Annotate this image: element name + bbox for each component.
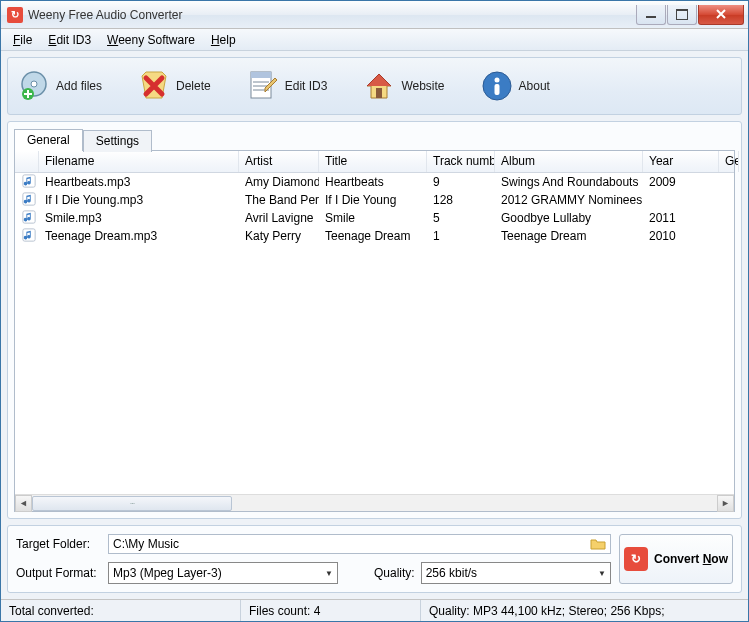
chevron-down-icon: ▼ <box>598 569 606 578</box>
svg-rect-9 <box>23 175 35 187</box>
edit-id3-icon <box>247 70 279 102</box>
svg-rect-10 <box>23 193 35 205</box>
app-window: ↻ Weeny Free Audio Converter File Edit I… <box>0 0 749 622</box>
status-files-count: Files count: 4 <box>241 600 421 621</box>
toolbar: Add files Delete Edit ID3 Website About <box>7 57 742 115</box>
cell-artist: The Band Perry <box>239 192 319 208</box>
content-area: General Settings Filename Artist Title T… <box>7 121 742 519</box>
svg-point-1 <box>31 81 37 87</box>
music-file-icon <box>21 191 37 207</box>
menu-help[interactable]: Help <box>203 31 244 49</box>
menu-weeny-software[interactable]: Weeny Software <box>99 31 203 49</box>
scroll-left-button[interactable]: ◄ <box>15 495 32 512</box>
tab-settings[interactable]: Settings <box>83 130 152 152</box>
about-button[interactable]: About <box>481 70 550 102</box>
edit-id3-button[interactable]: Edit ID3 <box>247 70 328 102</box>
output-panel: Target Folder: C:\My Music Output Format… <box>7 525 742 593</box>
svg-point-7 <box>494 78 499 83</box>
cell-filename: Heartbeats.mp3 <box>39 174 239 190</box>
minimize-button[interactable] <box>636 5 666 25</box>
column-icon[interactable] <box>15 151 39 172</box>
scroll-track[interactable] <box>32 495 717 512</box>
cell-filename: If I Die Young.mp3 <box>39 192 239 208</box>
cell-genre <box>719 199 734 201</box>
cell-track: 5 <box>427 210 495 226</box>
delete-icon <box>138 70 170 102</box>
column-track[interactable]: Track number <box>427 151 495 172</box>
titlebar[interactable]: ↻ Weeny Free Audio Converter <box>1 1 748 29</box>
tab-strip: General Settings <box>14 128 735 150</box>
file-list[interactable]: Heartbeats.mp3Amy DiamondHeartbeats9Swin… <box>15 173 734 494</box>
cell-title: Teenage Dream <box>319 228 427 244</box>
browse-folder-icon[interactable] <box>590 536 606 552</box>
website-label: Website <box>401 79 444 93</box>
cell-filename: Smile.mp3 <box>39 210 239 226</box>
output-format-value: Mp3 (Mpeg Layer-3) <box>113 566 222 580</box>
maximize-button[interactable] <box>667 5 697 25</box>
menu-edit-id3[interactable]: Edit ID3 <box>40 31 99 49</box>
list-header: Filename Artist Title Track number Album… <box>15 151 734 173</box>
menu-file[interactable]: File <box>5 31 40 49</box>
column-genre[interactable]: Ge <box>719 151 739 172</box>
column-album[interactable]: Album <box>495 151 643 172</box>
cell-filename: Teenage Dream.mp3 <box>39 228 239 244</box>
cell-title: If I Die Young <box>319 192 427 208</box>
target-folder-value: C:\My Music <box>113 537 179 551</box>
website-button[interactable]: Website <box>363 70 444 102</box>
cell-title: Smile <box>319 210 427 226</box>
music-file-icon <box>21 227 37 243</box>
add-files-label: Add files <box>56 79 102 93</box>
cell-genre <box>719 217 734 219</box>
table-row[interactable]: If I Die Young.mp3The Band PerryIf I Die… <box>15 191 734 209</box>
music-file-icon <box>21 209 37 225</box>
table-row[interactable]: Heartbeats.mp3Amy DiamondHeartbeats9Swin… <box>15 173 734 191</box>
svg-rect-8 <box>494 84 499 95</box>
add-files-button[interactable]: Add files <box>18 70 102 102</box>
svg-rect-11 <box>23 211 35 223</box>
convert-now-button[interactable]: ↻ Convert Now <box>619 534 733 584</box>
about-label: About <box>519 79 550 93</box>
tab-general[interactable]: General <box>14 129 83 151</box>
table-row[interactable]: Teenage Dream.mp3Katy PerryTeenage Dream… <box>15 227 734 245</box>
cell-year: 2009 <box>643 174 719 190</box>
scroll-right-button[interactable]: ► <box>717 495 734 512</box>
delete-label: Delete <box>176 79 211 93</box>
menubar: File Edit ID3 Weeny Software Help <box>1 29 748 51</box>
status-quality: Quality: MP3 44,100 kHz; Stereo; 256 Kbp… <box>421 600 748 621</box>
file-list-panel: Filename Artist Title Track number Album… <box>14 150 735 512</box>
cell-album: Swings And Roundabouts <box>495 174 643 190</box>
cell-track: 1 <box>427 228 495 244</box>
column-filename[interactable]: Filename <box>39 151 239 172</box>
cell-track: 9 <box>427 174 495 190</box>
cd-plus-icon <box>18 70 50 102</box>
quality-label: Quality: <box>374 566 415 580</box>
output-format-select[interactable]: Mp3 (Mpeg Layer-3) ▼ <box>108 562 338 584</box>
svg-rect-4 <box>251 72 271 78</box>
table-row[interactable]: Smile.mp3Avril LavigneSmile5Goodbye Lull… <box>15 209 734 227</box>
output-format-label: Output Format: <box>16 566 102 580</box>
cell-artist: Katy Perry <box>239 228 319 244</box>
window-title: Weeny Free Audio Converter <box>28 8 635 22</box>
app-icon: ↻ <box>7 7 23 23</box>
quality-select[interactable]: 256 kbit/s ▼ <box>421 562 611 584</box>
column-title[interactable]: Title <box>319 151 427 172</box>
close-icon <box>715 8 727 20</box>
horizontal-scrollbar[interactable]: ◄ ► <box>15 494 734 511</box>
scroll-thumb[interactable] <box>32 496 232 511</box>
info-icon <box>481 70 513 102</box>
column-year[interactable]: Year <box>643 151 719 172</box>
target-folder-label: Target Folder: <box>16 537 102 551</box>
convert-icon: ↻ <box>624 547 648 571</box>
cell-year <box>643 199 719 201</box>
target-folder-input[interactable]: C:\My Music <box>108 534 611 554</box>
close-button[interactable] <box>698 5 744 25</box>
delete-button[interactable]: Delete <box>138 70 211 102</box>
cell-artist: Amy Diamond <box>239 174 319 190</box>
svg-rect-5 <box>376 88 382 98</box>
cell-album: 2012 GRAMMY Nominees <box>495 192 643 208</box>
music-file-icon <box>21 173 37 189</box>
cell-artist: Avril Lavigne <box>239 210 319 226</box>
cell-year: 2011 <box>643 210 719 226</box>
chevron-down-icon: ▼ <box>325 569 333 578</box>
column-artist[interactable]: Artist <box>239 151 319 172</box>
